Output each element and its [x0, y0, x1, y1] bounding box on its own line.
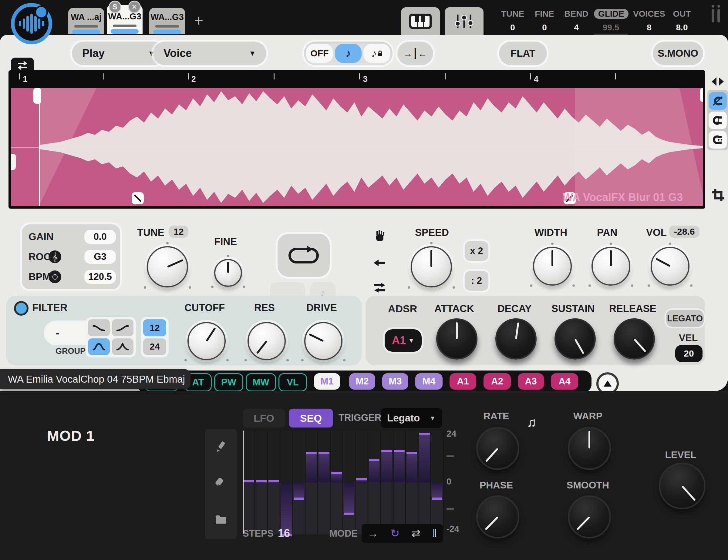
level-knob[interactable]	[659, 463, 706, 509]
smono-button[interactable]: S.MONO	[653, 42, 703, 65]
adsr-preset-select[interactable]: A1 ▼	[385, 329, 422, 352]
close-icon[interactable]: ✕	[128, 1, 141, 13]
loop-button[interactable]	[278, 234, 330, 277]
flat-button[interactable]: FLAT	[499, 42, 547, 65]
speed-double-button[interactable]: x 2	[465, 241, 488, 261]
drive-knob[interactable]	[304, 322, 342, 360]
seq-step[interactable]	[393, 430, 406, 534]
source-mw-button[interactable]: MW	[246, 373, 276, 391]
global-out[interactable]: OUT 8.0	[670, 9, 694, 32]
filter-enable-toggle[interactable]	[14, 301, 29, 315]
res-knob[interactable]	[248, 322, 286, 360]
seq-step[interactable]	[331, 430, 343, 534]
seq-step[interactable]	[431, 430, 443, 534]
step-sequencer-grid[interactable]	[243, 430, 443, 534]
mode-loop-icon[interactable]: ↻	[390, 527, 399, 540]
source-vl-button[interactable]: VL	[278, 373, 307, 391]
macro-m4-button[interactable]: M4	[415, 373, 443, 390]
smooth-knob[interactable]	[568, 495, 611, 538]
attack-knob[interactable]	[436, 318, 477, 359]
snap-grid-button[interactable]	[709, 131, 727, 149]
crop-button[interactable]	[710, 187, 727, 204]
waveform-editor[interactable]: 1234 WA VocalFX Blur 01 G3	[8, 70, 705, 209]
seq-step[interactable]	[406, 430, 418, 534]
seq-step[interactable]	[280, 430, 293, 534]
filter-type-highpass-button[interactable]	[112, 319, 134, 336]
filter-type-lowpass-button[interactable]	[88, 319, 110, 336]
edge-marker-handle[interactable]	[11, 154, 16, 170]
sync-note-lock-button[interactable]: ♪	[363, 44, 390, 63]
mixer-view-button[interactable]	[445, 7, 484, 35]
root-row[interactable]: ROOT 𝄞 G3	[29, 249, 116, 265]
vel-value[interactable]: 20	[675, 345, 703, 362]
global-glide[interactable]: GLIDE 99.5	[594, 9, 628, 35]
sync-note-button[interactable]: ♪	[335, 44, 362, 63]
tempo-sync-note-icon[interactable]: ♫	[527, 415, 537, 430]
seq-step[interactable]	[255, 430, 268, 534]
release-knob[interactable]	[614, 318, 655, 359]
app-logo-icon[interactable]	[9, 1, 53, 46]
seq-step[interactable]	[318, 430, 330, 534]
mode-forward-icon[interactable]: →	[368, 527, 379, 540]
seq-step[interactable]	[368, 430, 381, 534]
seq-step[interactable]	[305, 430, 318, 534]
global-fine[interactable]: FINE 0	[533, 9, 556, 32]
slope-24-button[interactable]: 24	[143, 338, 166, 355]
tab-lfo[interactable]: LFO	[243, 409, 285, 427]
pan-knob[interactable]	[591, 247, 630, 285]
cutoff-knob[interactable]	[187, 322, 226, 360]
global-bend[interactable]: BEND 4	[563, 9, 590, 32]
bpm-value[interactable]: 120.5	[84, 270, 116, 284]
seq-step[interactable]	[356, 430, 368, 534]
sync-off-button[interactable]: OFF	[306, 44, 333, 63]
warp-knob[interactable]	[568, 427, 611, 470]
global-tune[interactable]: TUNE 0	[500, 9, 525, 32]
speed-half-button[interactable]: : 2	[465, 271, 488, 291]
play-mode-hand-button[interactable]	[369, 228, 391, 245]
draw-tool-button[interactable]	[205, 436, 237, 457]
voice-mode-select[interactable]: Voice ▼	[153, 42, 266, 65]
fine-knob[interactable]	[214, 259, 242, 287]
gain-row[interactable]: GAIN 0.0	[29, 229, 116, 245]
source-pw-button[interactable]: PW	[214, 373, 243, 391]
macro-m1-button[interactable]: M1	[314, 373, 340, 390]
adsr-a3-button[interactable]: A3	[518, 373, 544, 390]
slope-12-button[interactable]: 12	[143, 319, 166, 336]
adsr-a4-button[interactable]: A4	[551, 373, 578, 390]
seq-step[interactable]	[381, 430, 393, 534]
fade-in-handle[interactable]	[132, 192, 144, 204]
filter-type-bandpass-button[interactable]	[88, 338, 110, 355]
seq-step[interactable]	[418, 430, 431, 534]
seq-step[interactable]	[343, 430, 356, 534]
global-voices[interactable]: VOICES 8	[633, 9, 666, 32]
vol-value[interactable]: -28.6	[669, 226, 699, 238]
tune-knob[interactable]	[147, 246, 188, 287]
phase-knob[interactable]	[476, 495, 519, 538]
play-mode-reverse-button[interactable]	[369, 255, 391, 271]
mode-pingpong-icon[interactable]: ⇄	[411, 527, 420, 540]
speed-knob[interactable]	[411, 246, 452, 287]
collapse-selection-button[interactable]: →┃←	[397, 42, 433, 65]
seq-step[interactable]	[268, 430, 280, 534]
macro-m3-button[interactable]: M3	[382, 373, 408, 390]
width-knob[interactable]	[533, 247, 572, 285]
macro-m2-button[interactable]: M2	[349, 373, 375, 390]
legato-button[interactable]: LEGATO	[666, 310, 704, 327]
load-shape-button[interactable]	[205, 509, 237, 530]
trigger-select[interactable]: Legato ▼	[381, 408, 442, 428]
timeline-ruler[interactable]: 1234	[11, 72, 703, 87]
tune-value[interactable]: 12	[169, 226, 188, 238]
steps-value[interactable]: 16	[278, 527, 290, 540]
sample-tab-2-active[interactable]: S ✕ WA...G3	[107, 5, 143, 34]
snap-off-button[interactable]	[709, 92, 727, 110]
root-value[interactable]: G3	[84, 250, 116, 264]
solo-badge[interactable]: S	[109, 1, 121, 13]
seq-step[interactable]	[243, 430, 255, 534]
selection-start-handle[interactable]	[33, 88, 41, 104]
sustain-knob[interactable]	[554, 318, 596, 359]
mode-hold-icon[interactable]: ‖	[433, 527, 437, 540]
sample-tab-1[interactable]: WA ...aj	[68, 8, 104, 34]
vol-knob[interactable]	[651, 247, 689, 285]
adsr-a2-button[interactable]: A2	[484, 373, 511, 390]
adsr-a1-button[interactable]: A1	[450, 373, 476, 390]
